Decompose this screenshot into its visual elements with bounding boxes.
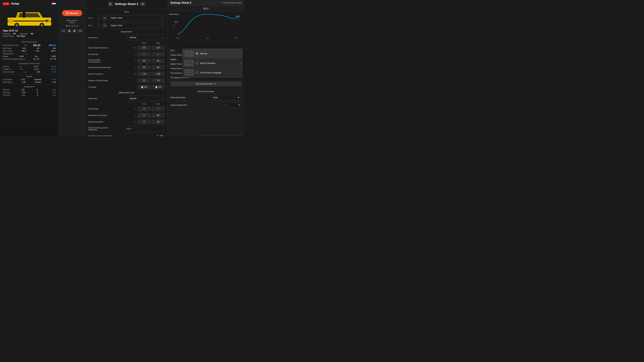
antiroll-front[interactable]: 1 xyxy=(137,52,151,57)
right-top-bar: Settings Sheet 2 ••• Edit Settings Sheet xyxy=(168,0,244,6)
col-front-header: Front xyxy=(137,42,151,44)
weight-val: 3430 xyxy=(20,55,24,57)
ecu-option-sport[interactable]: Sport Computer xyxy=(182,58,242,68)
ecu-chart-svg: 1000 rpm 7000 ft-lb xyxy=(170,13,242,39)
ecu-option-normal[interactable]: Normal xyxy=(182,49,242,58)
t1000-row: 0-1000 m sec. 21.41 21.03 xyxy=(0,68,58,70)
measure-button[interactable]: ! Measure xyxy=(62,10,82,16)
brake-sens-rear[interactable]: 15 xyxy=(152,119,165,124)
g60-row: 60 km/h 1.00 G 1.05 xyxy=(0,88,58,91)
menu-icon-btn[interactable]: ☰ xyxy=(108,2,113,6)
suspension-dropdown[interactable]: Normal ▼ xyxy=(128,35,165,40)
g120-label: 120 km/h xyxy=(3,91,10,93)
engine-label: Engine Model xyxy=(3,35,14,37)
t1000-unit: sec. xyxy=(20,68,24,70)
init-torque-front[interactable]: 0 xyxy=(137,106,151,111)
balance-row: Front-Rear Weight Balance 50 : 50 50 : 5… xyxy=(0,58,58,60)
rear-tire-icon xyxy=(97,23,100,28)
prev-arrow[interactable]: ◀ xyxy=(67,29,71,33)
output-adj-unit: % xyxy=(223,104,227,106)
torque-dist-value[interactable]: 0 : 100 xyxy=(125,133,165,136)
g60-val: 1.00 xyxy=(21,89,24,91)
toe-label: Toe Angle xyxy=(88,86,132,88)
accel-sens-label: Acceleration Sensitivity xyxy=(88,114,132,116)
neg-camber-label: Negative Camber Angle xyxy=(88,79,132,81)
svg-rect-33 xyxy=(188,53,189,53)
antiroll-values: 1 1 xyxy=(137,52,165,57)
max-power-label: Max Power xyxy=(3,47,12,49)
car-info: Viper GTS '13 Drivetrain FR Aspiration N… xyxy=(0,29,58,39)
body-height-front[interactable]: 127 xyxy=(137,45,151,50)
nitrous-header: Nitrous/Overtake xyxy=(168,89,244,94)
dot-1[interactable] xyxy=(66,25,68,27)
more-options-btn[interactable]: ••• xyxy=(140,2,145,6)
antiroll-rear[interactable]: 1 xyxy=(152,52,165,57)
ecu-option-full[interactable]: Full Control Computer xyxy=(182,68,242,77)
svg-text:rpm: rpm xyxy=(206,37,209,39)
brake-sens-front[interactable]: 0 xyxy=(137,119,151,124)
damping-comp-front[interactable]: 35 xyxy=(137,58,151,63)
r1-label[interactable]: R1 xyxy=(78,29,83,32)
accel-sens-row: Acceleration Sensitivity Lv. 0 30 xyxy=(86,112,168,119)
neg-camber-rear[interactable]: 1.5 xyxy=(152,78,165,83)
damping-exp-values: 45 45 xyxy=(137,65,165,70)
displacement-label: Displacement xyxy=(3,53,14,55)
left-panel: DODGE Dodge xyxy=(0,0,59,137)
svg-rect-17 xyxy=(98,23,99,28)
output-adj-label2: Output Adjustment xyxy=(170,104,221,106)
init-torque-rear[interactable]: 7 xyxy=(152,106,165,111)
settings-sheet-ref: Settings Sheet 2 xyxy=(170,1,191,4)
nat-freq-values: 1.70 1.90 xyxy=(137,71,165,76)
toe-front[interactable]: ▐▌ 0.00 xyxy=(137,85,151,89)
rear-tire-row: Rear SH Sports: Hard ▼ xyxy=(86,22,168,29)
neg-camber-row: Negative Camber Angle ° 1.0 1.5 xyxy=(86,77,168,84)
sport-option-label: Sport Computer xyxy=(200,62,216,64)
t100150-unit: sec. xyxy=(23,71,27,73)
accel-sens-rear[interactable]: 30 xyxy=(152,113,165,118)
t400-unit: sec. xyxy=(20,65,23,67)
nat-freq-front[interactable]: 1.70 xyxy=(137,71,151,76)
rotational-title: Rotational G xyxy=(0,86,58,88)
next-arrow[interactable]: ▶ xyxy=(72,29,77,33)
t100150-label: 100-150 km/h xyxy=(3,71,14,73)
nat-freq-rear[interactable]: 1.90 xyxy=(152,71,165,76)
suspension-value: Normal xyxy=(130,36,136,39)
damping-comp-rear[interactable]: 35 xyxy=(152,58,165,63)
toe-rear[interactable]: ▐▌ 0.20 xyxy=(152,85,165,89)
body-height-rear[interactable]: 127 xyxy=(152,45,165,50)
edit-settings-btn[interactable]: ••• Edit Settings Sheet xyxy=(222,2,242,4)
dot-2[interactable] xyxy=(68,25,70,27)
pp-row: Performance Points PP 581.23 599.21 xyxy=(0,43,58,47)
col-headers: Front Rear xyxy=(86,41,168,44)
diff-dropdown[interactable]: Normal ▼ xyxy=(128,96,165,101)
dot-4[interactable] xyxy=(74,25,76,27)
nitrous-dropdown[interactable]: None ▼ xyxy=(211,95,242,100)
dot-3[interactable] xyxy=(71,25,73,27)
output-adj-value[interactable]: 0 xyxy=(228,102,242,108)
rear-tire-dropdown[interactable]: Sports: Hard ▼ xyxy=(109,23,165,28)
accel-sens-front[interactable]: 0 xyxy=(137,113,151,118)
damping-exp-rear[interactable]: 45 xyxy=(152,65,165,70)
manual-adj-btn[interactable]: Manual Adjustment ••• xyxy=(170,81,242,86)
brake-sens-row: Braking Sensitivity Lv. 0 15 xyxy=(86,119,168,125)
flag-icon xyxy=(52,2,56,5)
manual-adj-label: Manual Adjustment xyxy=(196,83,213,85)
diff-section-header: Differential Gear xyxy=(86,90,168,95)
damping-exp-front[interactable]: 45 xyxy=(137,65,151,70)
body-height-row: Body Height Adjustment mm 127 127 xyxy=(86,44,168,51)
front-tire-dropdown[interactable]: Sports: Hard ▼ xyxy=(109,15,165,21)
l1-label[interactable]: L1 xyxy=(61,29,66,32)
car-model: Viper GTS '13 xyxy=(3,29,56,32)
suspension-row: Suspension Normal ▼ xyxy=(86,34,168,41)
nitrous-row: Nitrous/Overtake None ▼ xyxy=(168,94,244,101)
torque-vec-label: Torque-Vectoring CenterDifferential xyxy=(88,127,125,131)
dot-5[interactable] xyxy=(77,25,78,27)
displacement-row: Displacement cc - - xyxy=(0,52,58,55)
svg-rect-39 xyxy=(189,63,191,64)
base-perf-title: Base Performance xyxy=(0,41,58,43)
g240-val: 1.11 xyxy=(22,94,25,96)
neg-camber-front[interactable]: 1.0 xyxy=(137,78,151,83)
body-height-label: Body Height Adjustment xyxy=(88,47,132,49)
t1000-val: 21.41 xyxy=(34,68,39,70)
damping-exp-unit: % xyxy=(132,66,136,68)
